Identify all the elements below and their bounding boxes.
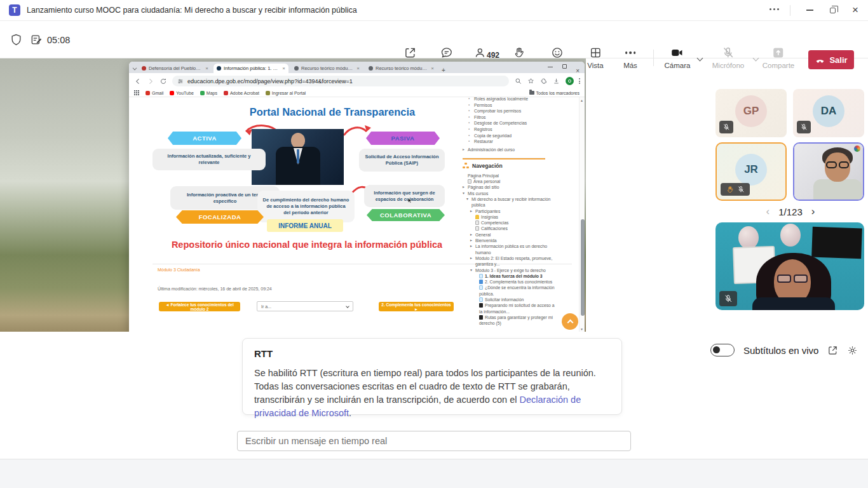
share-screen-icon — [772, 46, 785, 59]
all-bookmarks[interactable]: Todos los marcadores — [529, 91, 580, 95]
mic-button[interactable]: Micrófono — [712, 46, 745, 69]
back-icon[interactable] — [134, 78, 142, 85]
teams-logo-icon: T — [9, 4, 20, 16]
meeting-notes-icon[interactable] — [31, 34, 43, 46]
nav-item[interactable]: Rutas para garantizar y proteger mi dere… — [463, 315, 558, 327]
bookmark-acrobat[interactable]: Adobe Acrobat — [224, 91, 259, 95]
badge-colaborativa: COLABORATIVA — [367, 209, 445, 221]
nav-item[interactable]: Página Principal — [463, 173, 558, 179]
nav-item[interactable]: Mis cursos — [463, 191, 558, 196]
admin-item[interactable]: Desglose de Competencias — [463, 120, 558, 126]
apps-grid-icon[interactable] — [134, 90, 139, 95]
browser-menu-icon[interactable] — [579, 78, 580, 84]
nav-item[interactable]: Competencias — [463, 220, 558, 226]
url-pill[interactable]: educacion.dpe.gob.ec/mod/page/view.php?i… — [172, 76, 509, 86]
tab-search-icon[interactable] — [133, 66, 137, 71]
nav-item-current[interactable]: 1. Ideas fuerza del módulo 3 — [463, 273, 558, 279]
leave-button[interactable]: Salir — [808, 50, 854, 69]
admin-item[interactable]: Filtros — [463, 114, 558, 121]
nav-item[interactable]: ¿Dónde se encuentra la información públi… — [463, 285, 558, 297]
select-chevron-icon — [346, 304, 349, 308]
nav-item[interactable]: 2. Complementa tus conocimientos — [463, 279, 558, 285]
admin-item[interactable]: Copia de seguridad — [463, 133, 558, 139]
bookmark-youtube[interactable]: YouTube — [170, 91, 194, 95]
participant-tile-gp[interactable]: GP — [715, 89, 787, 137]
prev-page-icon[interactable] — [766, 205, 770, 218]
site-settings-icon[interactable] — [177, 78, 184, 85]
nav-item[interactable]: Páginas del sitio — [463, 184, 558, 190]
view-button[interactable]: Vista — [587, 46, 603, 69]
bookmark-maps[interactable]: Maps — [200, 91, 217, 95]
profile-avatar[interactable] — [566, 77, 574, 85]
nav-item[interactable]: Insignias — [463, 214, 558, 220]
participant-tile-video-speaker[interactable] — [793, 142, 864, 201]
nav-item[interactable]: Preparando mi solicitud de acceso a la i… — [463, 302, 558, 315]
close-button[interactable] — [843, 0, 868, 20]
forward-icon[interactable] — [147, 78, 154, 85]
bookmark-star-icon[interactable] — [527, 78, 534, 85]
popout-captions-icon[interactable] — [827, 345, 838, 356]
module-link[interactable]: Módulo 3 Ciudadanía — [158, 268, 200, 272]
mic-chevron-icon[interactable] — [753, 55, 759, 62]
titlebar-more-icon[interactable] — [770, 8, 779, 10]
admin-item[interactable]: Comprobar los permisos — [463, 108, 558, 114]
page-scrollbar[interactable]: ▲▼ — [579, 97, 585, 332]
bookmark-gmail[interactable]: Gmail — [146, 91, 163, 95]
tab-close-icon[interactable] — [431, 65, 434, 71]
nav-item[interactable]: Bienvenida — [463, 238, 558, 243]
next-activity-button[interactable]: 2. Complementa tus conocimientos ► — [379, 302, 454, 311]
balloon — [738, 226, 759, 249]
admin-item[interactable]: Registros — [463, 126, 558, 133]
camera-chevron-icon[interactable] — [697, 55, 703, 62]
nav-item-module3[interactable]: Módulo 3 - Ejerce y exige tu derecho — [463, 268, 558, 273]
scrollbar-thumb[interactable] — [581, 219, 585, 316]
man-photo-head — [291, 133, 305, 148]
admin-item[interactable]: Permisos — [463, 102, 558, 109]
restore-button[interactable] — [820, 0, 845, 20]
browser-tab-3[interactable]: Recurso teórico módulo 2 (1).p — [291, 64, 363, 73]
mute-badge — [797, 121, 811, 133]
nav-item[interactable]: Participantes — [463, 208, 558, 214]
more-button[interactable]: Más — [623, 46, 637, 69]
tab-close-icon[interactable] — [282, 65, 285, 71]
camera-button[interactable]: Cámara — [665, 46, 691, 69]
nav-item[interactable]: Solicitar información — [463, 297, 558, 302]
jump-to-select[interactable]: Ir a... — [257, 301, 353, 311]
moodle-page-content: Portal Nacional de Transparencia — [129, 97, 585, 332]
browser-tab-1[interactable]: Defensoría del Pueblo | Ecuado — [139, 64, 212, 73]
admin-item[interactable]: Roles asignados localmente — [463, 97, 558, 102]
prev-activity-button[interactable]: ◄ Fortalece tus conocimientos del módulo… — [159, 302, 240, 311]
block-divider — [463, 158, 545, 159]
admin-item[interactable]: Restaurar — [463, 139, 558, 145]
nav-item[interactable]: General — [463, 232, 558, 238]
nav-item[interactable]: La información pública es un derecho hum… — [463, 243, 558, 255]
zoom-icon[interactable] — [515, 78, 522, 85]
bookmark-portal[interactable]: Ingresar al Portal — [266, 91, 306, 95]
next-page-icon[interactable] — [811, 205, 815, 218]
reload-icon[interactable] — [159, 78, 167, 85]
browser-tab-2-active[interactable]: Información pública: 1. Ideas fu — [214, 64, 288, 73]
participant-tile-jr-raised-hand[interactable]: JR — [715, 142, 787, 201]
captions-settings-gear-icon[interactable] — [847, 345, 858, 356]
tab-close-icon[interactable] — [356, 65, 360, 71]
share-button[interactable]: Comparte — [763, 46, 795, 69]
browser-tab-4[interactable]: Recurso teórico módulo 1 (1).p — [365, 64, 437, 73]
tab-close-icon[interactable] — [205, 65, 208, 71]
course-admin-link[interactable]: Administración del curso — [463, 146, 558, 153]
minimize-button[interactable] — [797, 0, 822, 20]
nav-item[interactable]: Módulo 2: El Estado respeta, promueve, g… — [463, 255, 558, 268]
scroll-top-fab[interactable] — [562, 313, 578, 330]
nav-item[interactable]: Área personal — [463, 179, 558, 184]
shield-icon[interactable] — [10, 34, 22, 46]
rtt-message-input[interactable] — [237, 431, 631, 451]
captions-toggle[interactable] — [710, 344, 735, 356]
browser-minimize-button[interactable] — [548, 67, 553, 67]
nav-item-course[interactable]: Mi derecho a buscar y recibir informació… — [463, 196, 558, 208]
meeting-title: Lanzamiento curso MOOC para ciudadanía: … — [27, 6, 357, 15]
participant-tile-large-video[interactable] — [715, 222, 864, 310]
browser-restore-button[interactable] — [562, 64, 567, 69]
extensions-icon[interactable] — [540, 78, 547, 85]
downloads-icon[interactable] — [553, 78, 560, 85]
nav-item[interactable]: Calificaciones — [463, 226, 558, 231]
participant-tile-da[interactable]: DA — [793, 89, 864, 137]
